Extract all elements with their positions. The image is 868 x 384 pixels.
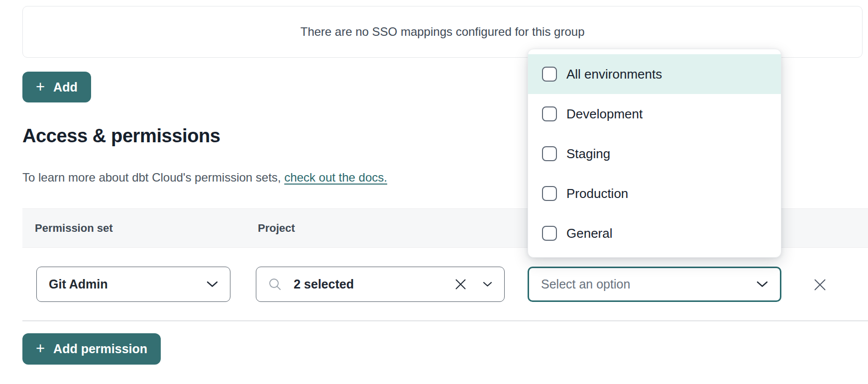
dropdown-option-development[interactable]: Development — [528, 94, 781, 134]
dropdown-option-staging[interactable]: Staging — [528, 134, 781, 174]
checkbox[interactable] — [542, 186, 557, 201]
sso-empty-message: There are no SSO mappings configured for… — [301, 25, 585, 39]
row-divider — [22, 320, 868, 321]
permission-set-value: Git Admin — [49, 277, 108, 291]
dropdown-option-production[interactable]: Production — [528, 174, 781, 213]
permissions-intro-text: To learn more about dbt Cloud's permissi… — [22, 171, 387, 185]
close-icon — [813, 278, 827, 291]
add-sso-mapping-button[interactable]: + Add — [22, 72, 91, 102]
project-selected-count: 2 selected — [294, 277, 354, 291]
environment-dropdown-panel: All environments Development Staging Pro… — [528, 49, 781, 258]
plus-icon: + — [36, 79, 45, 95]
plus-icon: + — [36, 341, 45, 356]
checkbox[interactable] — [542, 146, 557, 161]
permission-set-select[interactable]: Git Admin — [36, 267, 230, 302]
add-button-label: Add — [53, 80, 78, 95]
checkbox[interactable] — [542, 67, 557, 82]
option-label: Production — [566, 186, 628, 201]
project-select[interactable]: 2 selected — [256, 267, 505, 302]
intro-text: To learn more about dbt Cloud's permissi… — [22, 171, 284, 184]
dropdown-option-general[interactable]: General — [528, 213, 781, 253]
docs-link[interactable]: check out the docs. — [284, 171, 387, 184]
option-label: All environments — [566, 67, 662, 82]
option-label: Staging — [566, 146, 610, 162]
environment-select[interactable]: Select an option — [528, 267, 781, 302]
checkbox[interactable] — [542, 226, 557, 241]
checkbox[interactable] — [542, 106, 557, 121]
column-header-project: Project — [258, 222, 295, 235]
chevron-down-icon — [483, 282, 492, 287]
chevron-down-icon — [207, 281, 218, 288]
environment-select-placeholder: Select an option — [541, 277, 630, 291]
clear-selection-icon[interactable] — [454, 278, 467, 290]
column-header-permission-set: Permission set — [35, 222, 113, 235]
chevron-down-icon — [757, 281, 768, 288]
search-icon — [268, 278, 282, 291]
option-label: General — [566, 226, 613, 241]
add-permission-button[interactable]: + Add permission — [22, 333, 161, 365]
add-permission-label: Add permission — [53, 342, 147, 356]
remove-permission-row-button[interactable] — [813, 278, 827, 291]
dropdown-option-all-environments[interactable]: All environments — [528, 54, 781, 94]
access-permissions-heading: Access & permissions — [22, 125, 220, 147]
option-label: Development — [566, 106, 643, 122]
